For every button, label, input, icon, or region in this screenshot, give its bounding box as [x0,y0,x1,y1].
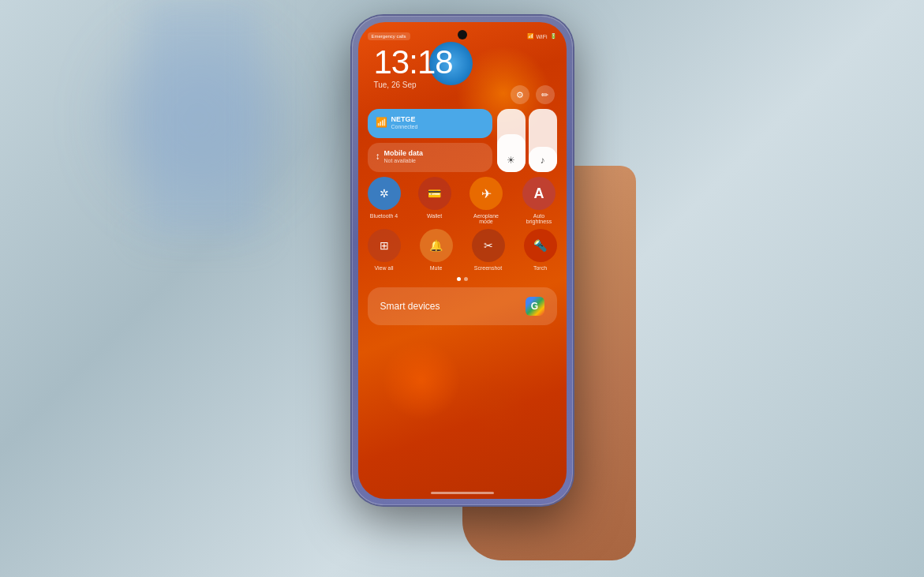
sliders-group: ☀ ♪ [497,109,557,172]
mute-label: Mute [430,265,443,271]
view-all-label: View all [375,265,394,271]
mobile-data-icon: ↕ [376,151,380,162]
status-icons: 📶 WiFi 🔋 [527,33,557,39]
aeroplane-button[interactable]: ✈ Aeroplane mode [469,177,504,224]
mobile-data-tile[interactable]: ↕ Mobile data Not available [368,143,492,172]
camera-icon[interactable]: ⚙ [511,85,529,104]
volume-icon: ♪ [541,155,545,166]
view-all-icon: ⊞ [380,239,389,252]
home-indicator[interactable] [431,492,494,494]
status-icon-signal: 📶 [527,33,534,39]
aeroplane-circle: ✈ [469,177,503,210]
screenshot-button[interactable]: ✂ Screenshot [472,229,505,271]
brightness-fill [497,134,526,172]
google-icon: G [526,297,544,316]
aeroplane-icon: ✈ [481,186,492,201]
wifi-name: NETGE [391,115,418,123]
bluetooth-circle: ✲ [368,177,401,210]
screenshot-label: Screenshot [474,265,502,271]
phone-screen: Emergency calls 📶 WiFi 🔋 13:18 Tue, 26 S… [358,22,567,499]
mobile-data-row: ↕ Mobile data Not available [376,149,484,163]
status-icon-wifi: WiFi [537,34,548,39]
screen-blob-3 [464,373,527,436]
clock-date: Tue, 26 Sep [374,81,453,89]
scene: Emergency calls 📶 WiFi 🔋 13:18 Tue, 26 S… [0,0,924,577]
brightness-icon: ☀ [507,155,515,166]
quick-actions-row1: ✲ Bluetooth 4 💳 Wallet ✈ [368,177,557,224]
controls-area: 📶 NETGE Connected ↕ [368,109,557,325]
wallet-icon: 💳 [428,187,441,200]
smart-devices-label: Smart devices [380,301,440,312]
wifi-info: NETGE Connected [391,115,418,129]
mobile-data-status: Not available [384,158,424,163]
quick-actions-row2: ⊞ View all 🔔 Mute ✂ [368,229,557,271]
bluetooth-button[interactable]: ✲ Bluetooth 4 [368,177,401,224]
camera-cutout [458,30,467,39]
brightness-slider[interactable]: ☀ [497,109,526,172]
torch-circle: 🔦 [524,229,557,262]
dot-1 [457,277,461,281]
edit-icon[interactable]: ✏ [536,85,555,104]
wallet-label: Wallet [427,213,442,219]
status-icon-battery: 🔋 [550,33,557,39]
wifi-status: Connected [391,124,418,129]
torch-icon: 🔦 [533,239,547,252]
dot-2 [464,277,468,281]
mobile-data-name: Mobile data [384,149,424,157]
wallet-circle: 💳 [418,177,451,210]
torch-label: Torch [533,265,547,271]
wifi-icon: 📶 [376,117,387,128]
view-all-button[interactable]: ⊞ View all [368,229,401,271]
phone-body: Emergency calls 📶 WiFi 🔋 13:18 Tue, 26 S… [352,16,573,505]
wifi-tile-row: 📶 NETGE Connected [376,115,484,129]
phone-container: Emergency calls 📶 WiFi 🔋 13:18 Tue, 26 S… [312,16,612,560]
clock-time: 13:18 [374,46,453,79]
bluetooth-label: Bluetooth 4 [370,213,398,219]
bg-decoration-2 [142,0,260,237]
mute-circle: 🔔 [420,229,453,262]
mobile-data-info: Mobile data Not available [384,149,424,163]
auto-brightness-label: Auto brightness [522,213,557,224]
torch-button[interactable]: 🔦 Torch [524,229,557,271]
wallet-button[interactable]: 💳 Wallet [418,177,451,224]
auto-brightness-circle: A [522,177,556,210]
time-display: 13:18 Tue, 26 Sep [374,46,453,89]
top-right-controls: ⚙ ✏ [511,85,555,104]
mute-button[interactable]: 🔔 Mute [420,229,453,271]
bluetooth-icon: ✲ [380,187,389,200]
page-dots [368,277,557,281]
volume-slider[interactable]: ♪ [529,109,557,172]
screen-blob-2 [382,341,461,420]
wifi-tile[interactable]: 📶 NETGE Connected [368,109,492,138]
view-all-circle: ⊞ [368,229,401,262]
screenshot-circle: ✂ [472,229,505,262]
auto-brightness-button[interactable]: A Auto brightness [522,177,557,224]
emergency-label: Emergency calls [368,32,410,40]
top-tiles-row: 📶 NETGE Connected ↕ [368,109,557,172]
left-tiles: 📶 NETGE Connected ↕ [368,109,492,172]
screenshot-icon: ✂ [484,239,493,252]
aeroplane-label: Aeroplane mode [469,213,504,224]
mute-icon: 🔔 [429,239,443,252]
smart-devices-tile[interactable]: Smart devices G [368,287,557,325]
